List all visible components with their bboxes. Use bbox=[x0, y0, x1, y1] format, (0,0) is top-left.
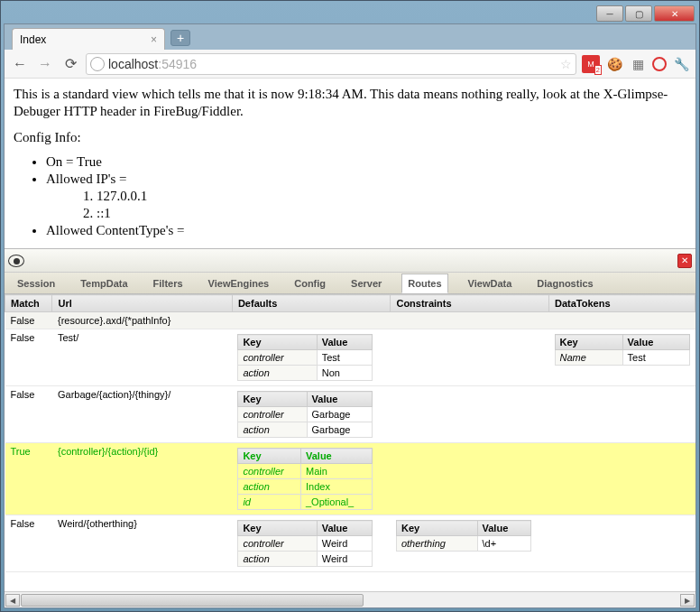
tab-strip: Index × + bbox=[5, 24, 695, 50]
glimpse-tab-viewengines[interactable]: ViewEngines bbox=[203, 274, 275, 292]
browser-toolbar: ← → ⟳ localhost:54916 ☆ M2 🍪 ▦ 🔧 bbox=[5, 50, 695, 79]
col-defaults: Defaults bbox=[232, 295, 391, 312]
bookmark-star-icon[interactable]: ☆ bbox=[560, 57, 572, 71]
glimpse-tab-server[interactable]: Server bbox=[345, 274, 387, 292]
kv-table: KeyValueNameTest bbox=[555, 334, 690, 366]
cell-url: Garbage/{action}/{thingy}/ bbox=[52, 386, 232, 443]
scroll-left-button[interactable]: ◀ bbox=[5, 594, 20, 607]
cell-match: True bbox=[5, 443, 52, 515]
ip-item: ::1 bbox=[97, 206, 686, 221]
kv-table: KeyValuecontrollerTestactionNon bbox=[237, 334, 373, 381]
reload-button[interactable]: ⟳ bbox=[60, 54, 80, 74]
glimpse-tab-tempdata[interactable]: TempData bbox=[75, 274, 133, 292]
cell-defaults: KeyValuecontrollerGarbageactionGarbage bbox=[232, 386, 391, 443]
glimpse-body: Match Url Defaults Constraints DataToken… bbox=[5, 294, 695, 591]
col-constraints: Constraints bbox=[391, 295, 549, 312]
browser-window: Index × + ← → ⟳ localhost:54916 ☆ M2 🍪 ▦… bbox=[4, 23, 696, 608]
url-host: localhost bbox=[108, 57, 158, 71]
url-port: :54916 bbox=[158, 57, 197, 71]
cell-match: False bbox=[5, 312, 52, 329]
glimpse-tab-viewdata[interactable]: ViewData bbox=[463, 274, 518, 292]
route-row: FalseTest/KeyValuecontrollerTestactionNo… bbox=[5, 329, 695, 386]
cell-tokens bbox=[549, 386, 695, 443]
cell-defaults: KeyValuecontrollerTestactionNon bbox=[232, 329, 391, 386]
minimize-button[interactable]: ─ bbox=[596, 5, 623, 22]
cell-tokens bbox=[549, 443, 695, 515]
col-url: Url bbox=[52, 295, 232, 312]
cell-constraints bbox=[391, 329, 549, 386]
glimpse-close-button[interactable]: ✕ bbox=[677, 254, 692, 268]
route-row: FalseGarbage/{action}/{thingy}/KeyValuec… bbox=[5, 386, 695, 443]
cell-url: {resource}.axd/{*pathInfo} bbox=[52, 312, 232, 329]
kv-table: KeyValuecontrollerMainactionIndexid_Opti… bbox=[237, 448, 373, 510]
titlebar[interactable]: ─ ▢ ✕ bbox=[4, 4, 696, 23]
grid-icon[interactable]: ▦ bbox=[629, 55, 647, 73]
route-row: False{resource}.axd/{*pathInfo} bbox=[5, 312, 695, 329]
tab-close-icon[interactable]: × bbox=[151, 33, 157, 46]
browser-tab[interactable]: Index × bbox=[12, 28, 165, 50]
cell-tokens bbox=[549, 515, 695, 572]
glimpse-header: ✕ bbox=[5, 249, 695, 273]
config-on: On = True bbox=[46, 154, 686, 170]
cell-url: {controller}/{action}/{id} bbox=[52, 443, 232, 515]
cell-constraints bbox=[391, 443, 549, 515]
cell-url: Test/ bbox=[52, 329, 232, 386]
page-content: This is a standard view which tells me t… bbox=[5, 79, 695, 248]
config-label: Config Info: bbox=[14, 129, 686, 146]
glimpse-panel: ✕ SessionTempDataFiltersViewEnginesConfi… bbox=[5, 248, 695, 607]
glimpse-tabs: SessionTempDataFiltersViewEnginesConfigS… bbox=[5, 273, 695, 294]
intro-paragraph: This is a standard view which tells me t… bbox=[14, 86, 686, 120]
glimpse-tab-routes[interactable]: Routes bbox=[401, 274, 447, 293]
glimpse-tab-diagnostics[interactable]: Diagnostics bbox=[531, 274, 598, 292]
globe-icon bbox=[90, 57, 105, 71]
cookie-icon[interactable]: 🍪 bbox=[605, 55, 623, 73]
cell-defaults: KeyValuecontrollerMainactionIndexid_Opti… bbox=[232, 443, 391, 515]
forward-button: → bbox=[35, 54, 55, 74]
cell-constraints: KeyValueotherthing\d+ bbox=[391, 515, 549, 572]
config-allowed-ip: Allowed IP's = 127.0.0.1 ::1 bbox=[46, 172, 686, 221]
routes-header-row: Match Url Defaults Constraints DataToken… bbox=[5, 295, 695, 312]
glimpse-tab-filters[interactable]: Filters bbox=[148, 274, 189, 292]
kv-table: KeyValuecontrollerWeirdactionWeird bbox=[237, 520, 373, 567]
tab-title: Index bbox=[20, 33, 46, 46]
col-match: Match bbox=[5, 295, 52, 312]
cell-tokens: KeyValueNameTest bbox=[549, 329, 695, 386]
cell-match: False bbox=[5, 386, 52, 443]
cell-match: False bbox=[5, 329, 52, 386]
cell-constraints bbox=[391, 312, 549, 329]
gmail-icon[interactable]: M2 bbox=[582, 55, 600, 73]
glimpse-tab-session[interactable]: Session bbox=[12, 274, 60, 292]
route-row: FalseWeird/{otherthing}KeyValuecontrolle… bbox=[5, 515, 695, 572]
adblock-icon[interactable] bbox=[652, 57, 667, 71]
scroll-thumb[interactable] bbox=[21, 594, 364, 607]
config-allowed-ct: Allowed ContentType's = bbox=[46, 223, 686, 238]
ip-item: 127.0.0.1 bbox=[97, 189, 686, 204]
cell-match: False bbox=[5, 515, 52, 572]
cell-constraints bbox=[391, 386, 549, 443]
cell-defaults: KeyValuecontrollerWeirdactionWeird bbox=[232, 515, 391, 572]
address-bar[interactable]: localhost:54916 ☆ bbox=[86, 53, 576, 75]
col-datatokens: DataTokens bbox=[549, 295, 695, 312]
horizontal-scrollbar[interactable]: ◀ ▶ bbox=[5, 591, 695, 607]
kv-table: KeyValueotherthing\d+ bbox=[396, 520, 531, 552]
cell-tokens bbox=[549, 312, 695, 329]
cell-defaults bbox=[232, 312, 391, 329]
maximize-button[interactable]: ▢ bbox=[625, 5, 652, 22]
cell-url: Weird/{otherthing} bbox=[52, 515, 232, 572]
routes-table: Match Url Defaults Constraints DataToken… bbox=[5, 294, 695, 572]
route-row: True{controller}/{action}/{id}KeyValueco… bbox=[5, 443, 695, 515]
scroll-right-button[interactable]: ▶ bbox=[680, 594, 695, 607]
back-button[interactable]: ← bbox=[10, 54, 30, 74]
new-tab-button[interactable]: + bbox=[170, 30, 190, 46]
kv-table: KeyValuecontrollerGarbageactionGarbage bbox=[237, 391, 373, 438]
ip-list: 127.0.0.1 ::1 bbox=[46, 189, 686, 221]
wrench-icon[interactable]: 🔧 bbox=[672, 55, 690, 73]
glimpse-tab-config[interactable]: Config bbox=[289, 274, 331, 292]
config-list: On = True Allowed IP's = 127.0.0.1 ::1 A… bbox=[14, 154, 686, 238]
window-frame: ─ ▢ ✕ Index × + ← → ⟳ localhost:54916 ☆ … bbox=[0, 0, 700, 612]
close-window-button[interactable]: ✕ bbox=[654, 5, 695, 22]
glimpse-logo-icon bbox=[8, 255, 24, 267]
